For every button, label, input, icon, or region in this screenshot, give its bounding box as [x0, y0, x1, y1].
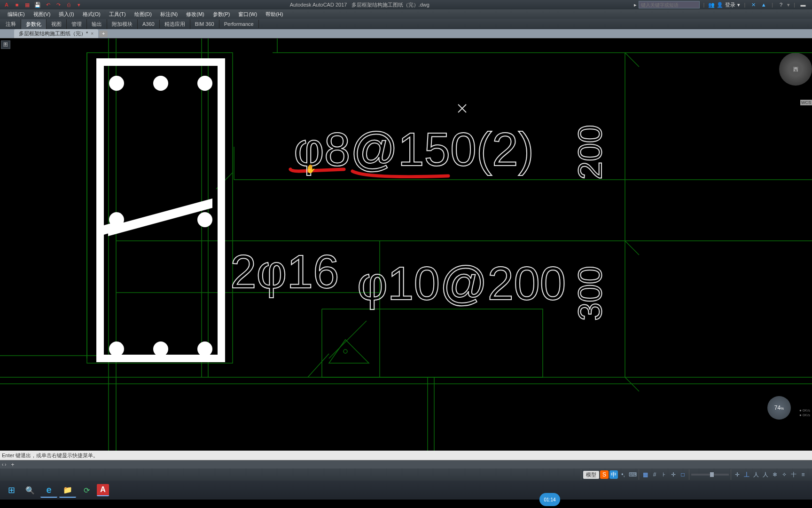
menu-param[interactable]: 参数(P) [209, 10, 234, 19]
command-line[interactable]: Enter 键退出，或单击右键显示快捷菜单。 [0, 451, 812, 460]
qat-undo-icon[interactable]: ↶ [44, 1, 52, 8]
edge-icon[interactable]: e [40, 483, 57, 498]
transparency-icon[interactable]: 人 [761, 470, 770, 479]
start-button[interactable]: ⊞ [3, 483, 20, 498]
cad-drawing: φ8@150(2) 2φ16 φ10@200 200 300 ✋ [0, 39, 812, 451]
window-title: Autodesk AutoCAD 2017 多层框架结构施工图纸（完）.dwg [86, 1, 634, 8]
ribbon-tabs: 注释 参数化 视图 管理 输出 附加模块 A360 精选应用 BIM 360 P… [0, 19, 812, 29]
menu-dim[interactable]: 标注(N) [156, 10, 181, 19]
svg-point-19 [344, 349, 347, 353]
ribbon-bim360[interactable]: BIM 360 [190, 20, 219, 28]
svg-text:φ10@200: φ10@200 [357, 257, 566, 310]
taskbar-clock-pill[interactable]: 01:14 [539, 493, 560, 506]
svg-marker-36 [108, 198, 212, 236]
3dosnap-icon[interactable]: ✛ [733, 470, 742, 479]
command-text: Enter 键退出，或单击右键显示快捷菜单。 [2, 452, 98, 459]
modelspace-button[interactable]: 模型 [583, 471, 599, 479]
menu-modify[interactable]: 修改(M) [182, 10, 208, 19]
autocad-taskbar-icon[interactable]: A [97, 484, 109, 496]
svg-point-32 [197, 212, 212, 227]
menu-help[interactable]: 帮助(H) [262, 10, 287, 19]
user-single-icon: 👤 [717, 2, 723, 8]
ribbon-a360[interactable]: A360 [138, 20, 160, 28]
ortho-icon[interactable]: ⊦ [660, 470, 668, 479]
ribbon-annotate[interactable]: 注释 [1, 19, 21, 29]
svg-point-35 [197, 341, 212, 357]
svg-point-30 [197, 76, 212, 91]
svg-point-34 [153, 341, 168, 357]
file-tab-close-icon[interactable]: × [91, 31, 94, 36]
svg-line-23 [625, 241, 639, 255]
layout-add[interactable]: + [8, 461, 17, 468]
svg-line-24 [625, 377, 639, 391]
file-tab-bar: 多层框架结构施工图纸（完）* × + [0, 29, 812, 39]
ribbon-featured[interactable]: 精选应用 [160, 19, 190, 29]
help-icon[interactable]: ? [777, 0, 785, 9]
qat-save-icon[interactable]: 💾 [34, 1, 41, 8]
layout-tab-bar: ‹ › + [0, 460, 812, 468]
status-bar: 模型 S 中 •, ⌨ ▦ # ⊦ ✛ □ ✛ 丄 人 人 ❄ ✧ 十 ≡ [0, 468, 812, 481]
ribbon-parametric[interactable]: 参数化 [21, 19, 47, 29]
sogou-icon[interactable]: S [600, 470, 609, 479]
customize-icon[interactable]: ≡ [799, 470, 807, 479]
qat-plot-icon[interactable]: ⎙ [65, 1, 72, 8]
help-search-input[interactable] [639, 1, 700, 8]
ime-keyboard-icon[interactable]: ⌨ [628, 470, 637, 479]
svg-point-28 [109, 76, 124, 91]
qat-new-icon[interactable]: ■ [13, 1, 21, 8]
quickprops-icon[interactable]: 十 [789, 470, 798, 479]
ribbon-view[interactable]: 视图 [47, 19, 67, 29]
annotation-slider[interactable] [691, 474, 729, 476]
menu-window[interactable]: 窗口(W) [234, 10, 261, 19]
menu-edit[interactable]: 编辑(E) [4, 10, 29, 19]
menu-format[interactable]: 格式(O) [79, 10, 104, 19]
autodesk-share-icon[interactable]: ▲ [759, 0, 768, 9]
cortana-icon[interactable]: ⟳ [78, 483, 95, 498]
ime-punct-icon[interactable]: •, [619, 470, 627, 479]
perf-badge: 74% [767, 396, 791, 420]
annomonitor-icon[interactable]: ✧ [780, 470, 789, 479]
new-tab-button[interactable]: + [99, 31, 108, 37]
ribbon-output[interactable]: 输出 [87, 19, 107, 29]
user-icon: 👥 [708, 2, 715, 8]
layout-nav[interactable]: ‹ › [0, 462, 8, 467]
minimize-icon[interactable]: ▬ [799, 0, 807, 9]
qat-redo-icon[interactable]: ↷ [55, 1, 62, 8]
ribbon-manage[interactable]: 管理 [67, 19, 87, 29]
qat-open-icon[interactable]: ▦ [23, 1, 31, 8]
net-speed: ● 0K/s ● 0K/s [799, 408, 810, 418]
svg-point-29 [153, 76, 168, 91]
svg-point-33 [109, 341, 124, 357]
menu-insert[interactable]: 插入(I) [55, 10, 78, 19]
ribbon-performance[interactable]: Performance [219, 20, 259, 28]
menu-tools[interactable]: 工具(T) [105, 10, 130, 19]
svg-text:300: 300 [572, 266, 609, 321]
file-tab-current[interactable]: 多层框架结构施工图纸（完）* × [14, 29, 98, 38]
app-menu-icon[interactable]: A [3, 1, 10, 8]
cycling-icon[interactable]: ❄ [771, 470, 779, 479]
svg-text:200: 200 [572, 125, 609, 180]
drawing-canvas[interactable]: 图 西 WCS [0, 39, 812, 451]
title-search-icon[interactable]: ▸ [634, 2, 637, 8]
snap-icon[interactable]: # [650, 470, 659, 479]
dyn-input-icon[interactable]: 丄 [742, 470, 751, 479]
polar-icon[interactable]: ✛ [669, 470, 678, 479]
login-button[interactable]: 👥 👤 登录 ▾ [708, 1, 740, 8]
svg-line-17 [329, 321, 367, 358]
qat-dropdown-icon[interactable]: ▾ [75, 1, 83, 8]
search-taskbar-icon[interactable]: 🔍 [22, 483, 39, 498]
menu-view[interactable]: 视图(V) [30, 10, 55, 19]
svg-line-22 [625, 53, 639, 67]
ribbon-addins[interactable]: 附加模块 [107, 19, 138, 29]
svg-text:φ8@150(2): φ8@150(2) [294, 123, 534, 175]
explorer-icon[interactable]: 📁 [59, 483, 76, 498]
lwdisplay-icon[interactable]: 人 [752, 470, 760, 479]
osnap-icon[interactable]: □ [679, 470, 687, 479]
menu-bar: 编辑(E) 视图(V) 插入(I) 格式(O) 工具(T) 绘图(D) 标注(N… [0, 9, 812, 19]
grid-icon[interactable]: ▦ [641, 470, 649, 479]
menu-draw[interactable]: 绘图(D) [131, 10, 156, 19]
exchange-x-icon[interactable]: ✕ [749, 0, 757, 9]
quick-access-toolbar: A ■ ▦ 💾 ↶ ↷ ⎙ ▾ [0, 1, 86, 8]
ime-zh-icon[interactable]: 中 [609, 470, 618, 479]
title-bar: A ■ ▦ 💾 ↶ ↷ ⎙ ▾ Autodesk AutoCAD 2017 多层… [0, 0, 812, 9]
